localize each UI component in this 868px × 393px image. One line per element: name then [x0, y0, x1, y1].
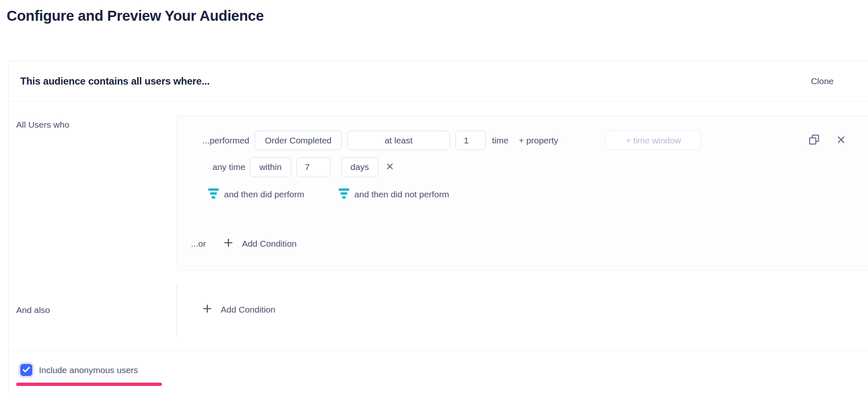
add-property-button[interactable]: + property [519, 136, 558, 146]
add-time-window-button[interactable]: + time window [605, 131, 702, 150]
anytime-label: any time [212, 162, 245, 172]
remove-condition-button[interactable] [837, 136, 845, 145]
page-title: Configure and Preview Your Audience [7, 7, 264, 24]
clone-button[interactable]: Clone [811, 76, 834, 86]
card-title: This audience contains all users where..… [20, 75, 210, 87]
anonymous-users-row: Include anonymous users [20, 364, 138, 376]
close-icon [386, 163, 393, 171]
filter-funnel-icon [339, 188, 349, 201]
window-operator-button[interactable]: within [250, 157, 291, 177]
or-add-condition-row: ...or Add Condition [177, 237, 297, 250]
card-header: This audience contains all users where..… [9, 61, 868, 102]
or-label: ...or [191, 239, 206, 249]
operator-select-button[interactable]: at least [347, 131, 450, 150]
event-condition-row: ...performed Order Completed at least ti… [177, 131, 702, 150]
and-then-did-perform-link[interactable]: and then did perform [208, 188, 304, 201]
and-also-label: And also [16, 305, 50, 315]
all-users-label: All Users who [16, 120, 69, 130]
highlight-underline [16, 383, 162, 386]
anonymous-users-label: Include anonymous users [39, 365, 138, 375]
duplicate-condition-button[interactable] [809, 134, 820, 147]
add-condition-label: Add Condition [242, 239, 297, 249]
checkmark-icon [22, 366, 30, 374]
close-icon [837, 136, 845, 145]
anonymous-users-checkbox[interactable] [20, 364, 32, 376]
window-value-input[interactable] [297, 157, 330, 177]
add-condition-button[interactable]: Add Condition [224, 238, 297, 249]
and-then-did-perform-label: and then did perform [224, 189, 304, 199]
audience-card: This audience contains all users where..… [8, 61, 868, 393]
plus-icon [224, 238, 233, 249]
count-input[interactable] [456, 131, 486, 150]
and-then-did-not-perform-link[interactable]: and then did not perform [339, 188, 449, 201]
and-also-divider [176, 285, 177, 337]
time-window-row: any time within days [177, 157, 393, 177]
add-condition-label: Add Condition [221, 305, 275, 315]
and-then-did-not-perform-label: and then did not perform [354, 189, 449, 199]
condition-group-panel: ...performed Order Completed at least ti… [176, 116, 868, 271]
count-suffix-label: time [492, 136, 509, 146]
performed-label: ...performed [200, 136, 249, 146]
condition-row-actions [809, 131, 845, 150]
filter-funnel-icon [208, 188, 219, 201]
and-also-add-condition-button[interactable]: Add Condition [203, 304, 275, 315]
and-also-row: Add Condition [203, 304, 275, 317]
remove-time-window-button[interactable] [386, 163, 393, 171]
event-select-button[interactable]: Order Completed [255, 131, 342, 150]
plus-icon [203, 304, 212, 315]
footer-separator [9, 350, 868, 350]
sequence-links-row: and then did perform and then did not pe… [177, 189, 449, 200]
window-unit-button[interactable]: days [341, 157, 378, 177]
audience-config-screen: Configure and Preview Your Audience This… [0, 0, 868, 393]
copy-icon [809, 134, 820, 147]
